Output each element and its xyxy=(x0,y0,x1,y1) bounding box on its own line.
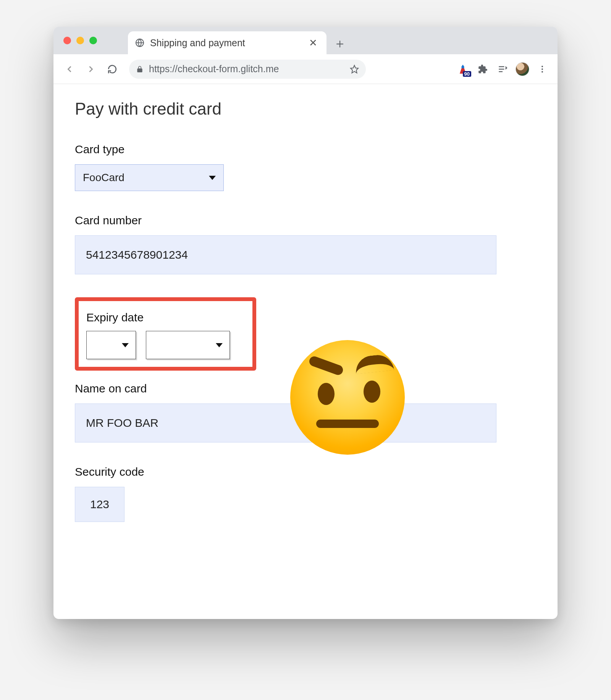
name-on-card-input[interactable]: MR FOO BAR xyxy=(75,403,496,442)
lock-icon xyxy=(136,65,144,73)
window-close-button[interactable] xyxy=(63,37,71,44)
chevron-down-icon xyxy=(209,176,216,180)
profile-avatar[interactable] xyxy=(514,61,531,78)
window-minimize-button[interactable] xyxy=(76,37,84,44)
tab-close-button[interactable]: ✕ xyxy=(307,37,320,49)
globe-icon xyxy=(135,38,145,48)
svg-marker-1 xyxy=(351,65,358,73)
window-controls xyxy=(63,37,97,44)
name-on-card-value: MR FOO BAR xyxy=(86,416,158,429)
window-maximize-button[interactable] xyxy=(89,37,97,44)
tab-strip: Shipping and payment ✕ ＋ xyxy=(53,27,558,54)
security-code-input[interactable]: 123 xyxy=(75,487,124,522)
expiry-month-select[interactable] xyxy=(86,331,136,359)
browser-tab[interactable]: Shipping and payment ✕ xyxy=(128,31,327,54)
bookmark-star-icon[interactable] xyxy=(350,65,359,74)
reading-list-icon[interactable] xyxy=(494,61,511,78)
security-code-value: 123 xyxy=(90,498,109,511)
forward-button[interactable] xyxy=(82,60,100,78)
card-number-field: Card number 5412345678901234 xyxy=(75,214,536,274)
reload-button[interactable] xyxy=(103,60,121,78)
lighthouse-extension-icon[interactable]: 90 xyxy=(454,61,471,78)
security-code-field: Security code 123 xyxy=(75,465,536,522)
card-number-label: Card number xyxy=(75,214,536,227)
kebab-menu-icon[interactable] xyxy=(534,61,551,78)
card-type-value: FooCard xyxy=(83,172,124,184)
new-tab-button[interactable]: ＋ xyxy=(327,33,353,54)
browser-window: Shipping and payment ✕ ＋ https://checkou… xyxy=(53,27,558,619)
extensions-puzzle-icon[interactable] xyxy=(474,61,491,78)
url-text: https://checkout-form.glitch.me xyxy=(149,63,344,75)
browser-toolbar: https://checkout-form.glitch.me 90 xyxy=(53,54,558,84)
lighthouse-score-badge: 90 xyxy=(463,71,471,77)
chevron-down-icon xyxy=(122,343,129,347)
address-bar[interactable]: https://checkout-form.glitch.me xyxy=(129,60,366,79)
page-content: Pay with credit card Card type FooCard C… xyxy=(53,84,558,619)
raised-eyebrow-emoji xyxy=(290,340,405,455)
svg-point-2 xyxy=(541,66,543,67)
page-heading: Pay with credit card xyxy=(75,99,536,118)
security-code-label: Security code xyxy=(75,465,536,478)
card-type-select[interactable]: FooCard xyxy=(75,164,224,191)
card-number-input[interactable]: 5412345678901234 xyxy=(75,235,496,274)
expiry-label: Expiry date xyxy=(86,311,245,324)
expiry-highlight-box: Expiry date xyxy=(75,297,256,371)
chevron-down-icon xyxy=(216,343,223,347)
svg-point-3 xyxy=(541,68,543,70)
expiry-year-select[interactable] xyxy=(146,331,230,359)
tab-title: Shipping and payment xyxy=(150,37,301,49)
card-type-field: Card type FooCard xyxy=(75,143,536,191)
card-type-label: Card type xyxy=(75,143,536,156)
back-button[interactable] xyxy=(60,60,79,78)
svg-point-4 xyxy=(541,71,543,73)
card-number-value: 5412345678901234 xyxy=(86,248,188,261)
